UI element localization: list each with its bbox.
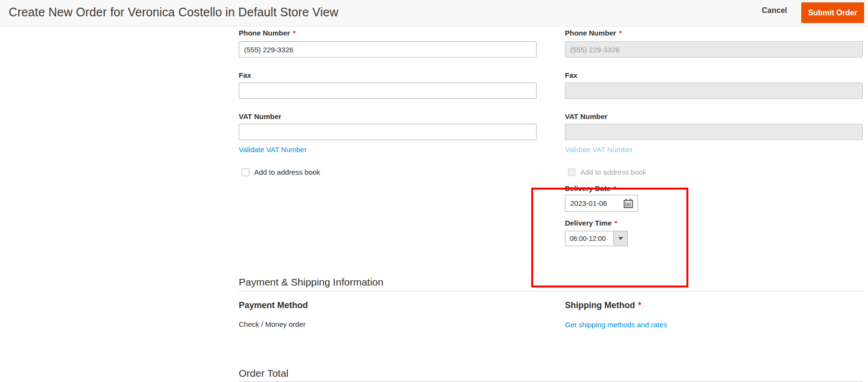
required-asterisk: * xyxy=(638,300,641,310)
billing-address-book-row: Add to address book xyxy=(242,168,320,176)
billing-validate-vat-link[interactable]: Validate VAT Number xyxy=(239,145,306,154)
submit-order-button[interactable]: Submit Order xyxy=(801,2,864,23)
section-divider xyxy=(239,291,863,291)
billing-phone-label: Phone Number* xyxy=(239,29,296,37)
delivery-date-value: 2023-01-06 xyxy=(570,199,607,207)
billing-phone-input[interactable] xyxy=(239,41,537,58)
page-title: Create New Order for Veronica Costello i… xyxy=(9,5,338,19)
payment-shipping-section-title: Payment & Shipping Information xyxy=(239,276,383,288)
required-asterisk: * xyxy=(293,29,296,37)
delivery-time-select[interactable]: 06:00-12:00 xyxy=(565,231,628,246)
order-total-section-title: Order Total xyxy=(239,368,289,379)
cancel-button[interactable]: Cancel xyxy=(762,6,787,15)
shipping-address-book-label: Add to address book xyxy=(580,168,647,176)
billing-address-book-checkbox[interactable] xyxy=(242,168,249,176)
shipping-fax-input xyxy=(565,83,863,99)
delivery-date-label: Delivery Date* xyxy=(565,184,616,192)
shipping-fax-label: Fax xyxy=(565,71,577,79)
shipping-vat-label: VAT Number xyxy=(565,112,608,120)
select-arrow-button[interactable] xyxy=(613,231,627,246)
shipping-address-book-row: Add to address book xyxy=(568,168,647,176)
billing-vat-input[interactable] xyxy=(239,124,537,140)
get-shipping-rates-link[interactable]: Get shipping methods and rates xyxy=(565,321,667,329)
required-asterisk: * xyxy=(619,29,622,37)
delivery-date-input[interactable]: 2023-01-06 xyxy=(565,195,638,212)
calendar-button[interactable] xyxy=(623,198,634,209)
delivery-time-value: 06:00-12:00 xyxy=(565,231,613,246)
billing-vat-label: VAT Number xyxy=(239,112,281,120)
shipping-validate-vat-link: Validate VAT Number xyxy=(565,145,633,154)
shipping-vat-input xyxy=(565,124,863,140)
required-asterisk: * xyxy=(613,184,616,192)
calendar-icon xyxy=(623,198,634,209)
create-order-page: Create New Order for Veronica Costello i… xyxy=(0,0,868,382)
shipping-phone-input xyxy=(565,41,863,58)
billing-fax-input[interactable] xyxy=(239,83,537,99)
delivery-time-label: Delivery Time* xyxy=(565,219,617,227)
payment-method-selected: Check / Money order xyxy=(239,320,306,328)
billing-fax-label: Fax xyxy=(239,71,251,79)
shipping-address-book-checkbox xyxy=(568,168,575,176)
required-asterisk: * xyxy=(614,219,617,227)
shipping-method-title: Shipping Method* xyxy=(565,300,641,310)
page-header: Create New Order for Veronica Costello i… xyxy=(0,0,868,26)
billing-address-book-label: Add to address book xyxy=(254,168,320,176)
payment-method-title: Payment Method xyxy=(239,300,308,310)
shipping-phone-label: Phone Number* xyxy=(565,29,622,37)
chevron-down-icon xyxy=(618,237,623,240)
